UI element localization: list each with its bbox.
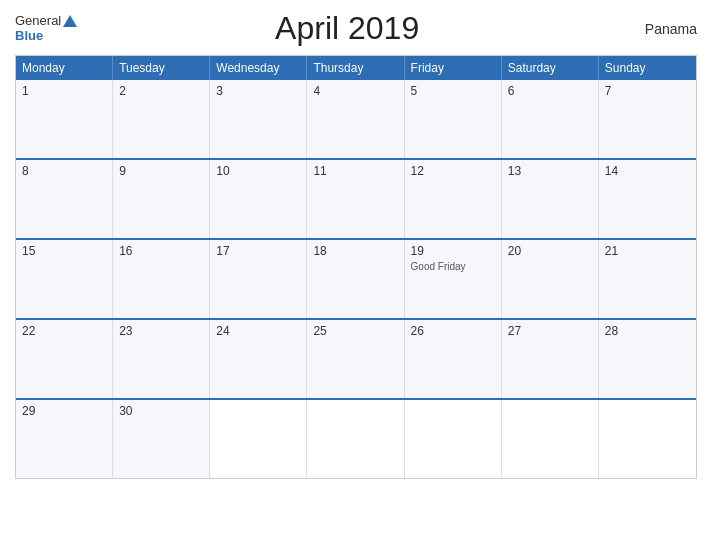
header-tuesday: Tuesday [113,56,210,80]
day-8: 8 [16,160,113,238]
header-wednesday: Wednesday [210,56,307,80]
header-saturday: Saturday [502,56,599,80]
day-14: 14 [599,160,696,238]
day-27: 27 [502,320,599,398]
day-26: 26 [405,320,502,398]
day-24: 24 [210,320,307,398]
day-19: 19 Good Friday [405,240,502,318]
day-30: 30 [113,400,210,478]
day-11: 11 [307,160,404,238]
day-29: 29 [16,400,113,478]
calendar-title: April 2019 [77,10,617,47]
day-18: 18 [307,240,404,318]
week-3: 15 16 17 18 19 Good Friday 20 21 [16,238,696,318]
header-monday: Monday [16,56,113,80]
day-empty-1 [210,400,307,478]
day-17: 17 [210,240,307,318]
day-20: 20 [502,240,599,318]
header: General Blue April 2019 Panama [15,10,697,47]
logo-triangle-icon [63,15,77,27]
day-12: 12 [405,160,502,238]
header-thursday: Thursday [307,56,404,80]
calendar-body: 1 2 3 4 5 6 7 8 9 10 11 12 13 14 15 [16,80,696,478]
week-2: 8 9 10 11 12 13 14 [16,158,696,238]
header-sunday: Sunday [599,56,696,80]
day-15: 15 [16,240,113,318]
day-5: 5 [405,80,502,158]
day-empty-4 [502,400,599,478]
day-23: 23 [113,320,210,398]
day-3: 3 [210,80,307,158]
day-16: 16 [113,240,210,318]
day-21: 21 [599,240,696,318]
calendar: Monday Tuesday Wednesday Thursday Friday… [15,55,697,479]
week-5: 29 30 [16,398,696,478]
week-1: 1 2 3 4 5 6 7 [16,80,696,158]
logo-blue-text: Blue [15,28,43,43]
day-1: 1 [16,80,113,158]
day-10: 10 [210,160,307,238]
day-25: 25 [307,320,404,398]
calendar-header: Monday Tuesday Wednesday Thursday Friday… [16,56,696,80]
logo-general-text: General [15,14,61,28]
day-22: 22 [16,320,113,398]
day-empty-3 [405,400,502,478]
header-friday: Friday [405,56,502,80]
day-empty-2 [307,400,404,478]
day-4: 4 [307,80,404,158]
day-9: 9 [113,160,210,238]
day-6: 6 [502,80,599,158]
logo-top: General [15,14,77,28]
day-28: 28 [599,320,696,398]
week-4: 22 23 24 25 26 27 28 [16,318,696,398]
country-label: Panama [617,21,697,37]
day-13: 13 [502,160,599,238]
day-7: 7 [599,80,696,158]
logo: General Blue [15,14,77,43]
day-empty-5 [599,400,696,478]
day-2: 2 [113,80,210,158]
page: General Blue April 2019 Panama Monday Tu… [0,0,712,550]
